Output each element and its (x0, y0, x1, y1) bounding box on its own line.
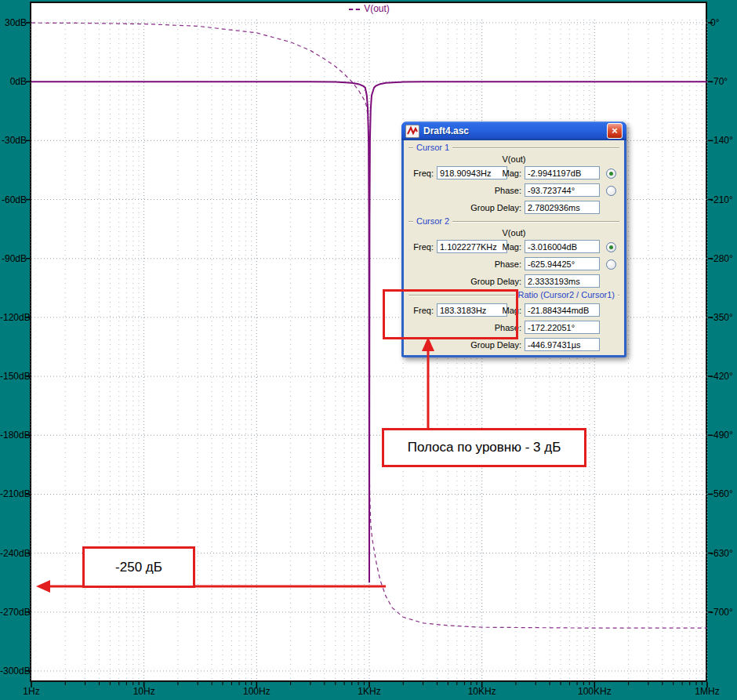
dialog-titlebar[interactable]: Draft4.asc × (401, 122, 626, 140)
ratio-group-delay-field[interactable] (525, 338, 600, 351)
cursor1-phase-label: Phase: (456, 186, 521, 195)
ratio-phase-field[interactable] (525, 321, 600, 334)
bandwidth-annotation-box: Полоса по уровню - 3 дБ (382, 428, 586, 467)
cursor2-phase-label: Phase: (456, 259, 521, 269)
cursor1-header: Cursor 1 (407, 142, 621, 154)
cursor1-section: Cursor 1 V(out) Freq: Mag: Phase: Group … (405, 142, 623, 216)
level-annotation-box: -250 дБ (82, 546, 195, 588)
dialog-title: Draft4.asc (423, 125, 603, 136)
cursor2-header-label: Cursor 2 (413, 216, 452, 226)
cursor1-mag-radio[interactable] (606, 169, 616, 179)
ratio-mag-label: Mag: (456, 306, 521, 315)
ratio-phase-label: Phase: (456, 323, 521, 332)
close-icon: × (612, 125, 618, 136)
cursor1-freq-label: Freq: (408, 169, 434, 178)
cursor1-rows: Freq: Mag: Phase: Group Delay: (405, 165, 623, 216)
cursor1-mag-field[interactable] (525, 166, 600, 180)
cursor2-phase-radio[interactable] (606, 259, 616, 270)
ltspice-icon (405, 125, 419, 138)
ratio-rows: Freq: Mag: Phase: Group Delay: (405, 302, 623, 354)
cursor-dialog-window: Draft4.asc × Cursor 1 V(out) Freq: Mag: … (401, 122, 626, 357)
frequency-axis-label: 100KHz (571, 686, 618, 697)
cursor1-phase-field[interactable] (525, 183, 600, 197)
ratio-freq-label: Freq: (408, 306, 434, 315)
cursor2-group-delay-field[interactable] (525, 274, 600, 288)
cursor1-phase-radio[interactable] (606, 186, 616, 196)
cursor2-header: Cursor 2 (407, 216, 621, 227)
cursor1-group-delay-label: Group Delay: (456, 203, 521, 212)
cursor2-section: Cursor 2 V(out) Freq: Mag: Phase: Group … (405, 216, 623, 289)
cursor2-mag-field[interactable] (525, 240, 600, 253)
close-button[interactable]: × (607, 123, 623, 139)
frequency-axis-label: 1KHz (346, 686, 393, 697)
cursor1-header-label: Cursor 1 (413, 143, 452, 152)
cursor2-phase-field[interactable] (525, 257, 600, 270)
frequency-axis-label: 10KHz (459, 686, 506, 697)
frequency-axis-label: 1MHz (684, 686, 731, 697)
ratio-header-label: Ratio (Cursor2 / Cursor1) (515, 290, 618, 299)
bottom-axis-frequency-labels: 1Hz10Hz100Hz1KHz10KHz100KHz1MHz (0, 0, 737, 700)
frequency-axis-label: 100Hz (233, 686, 280, 697)
ratio-mag-field[interactable] (525, 303, 600, 317)
cursor2-rows: Freq: Mag: Phase: Group Delay: (405, 238, 623, 290)
cursor1-trace-name: V(out) (405, 154, 623, 164)
frequency-axis-label: 1Hz (8, 686, 55, 697)
cursor2-group-delay-label: Group Delay: (456, 277, 521, 286)
cursor2-trace-name: V(out) (405, 228, 623, 238)
cursor2-freq-label: Freq: (408, 242, 434, 252)
cursor1-mag-label: Mag: (456, 169, 521, 178)
ratio-section: Ratio (Cursor2 / Cursor1) Freq: Mag: Pha… (405, 289, 623, 354)
frequency-axis-label: 10Hz (121, 686, 168, 697)
ratio-group-delay-label: Group Delay: (456, 340, 521, 350)
cursor2-mag-radio[interactable] (606, 242, 616, 252)
cursor2-mag-label: Mag: (456, 242, 521, 252)
ratio-header: Ratio (Cursor2 / Cursor1) (407, 289, 621, 301)
dialog-content: Cursor 1 V(out) Freq: Mag: Phase: Group … (404, 140, 624, 355)
cursor1-group-delay-field[interactable] (525, 201, 600, 214)
